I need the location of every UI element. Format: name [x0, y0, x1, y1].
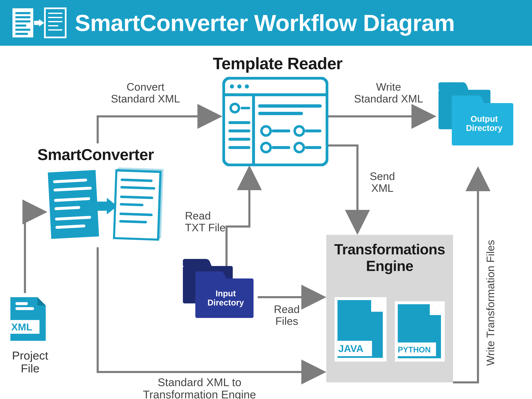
svg-rect-1	[15, 12, 30, 14]
svg-marker-8	[39, 19, 44, 27]
svg-point-41	[245, 84, 249, 89]
write-transform-files-label: Write Transformation Files	[484, 179, 497, 366]
svg-line-32	[121, 187, 154, 188]
project-file-node: XML	[8, 295, 50, 346]
transformations-engine-node: Transformations Engine JAVA PYTHON	[326, 235, 453, 382]
svg-line-25	[57, 226, 84, 227]
std-xml-to-engine-label: Standard XML to Transformation Engine	[129, 376, 270, 399]
input-directory-node: Input Directory	[181, 258, 256, 321]
xml-badge-text: XML	[11, 322, 32, 332]
svg-line-20	[54, 180, 86, 182]
output-dir-label: Output Directory	[457, 114, 511, 133]
project-file-label: Project File	[8, 349, 52, 375]
input-dir-label: Input Directory	[201, 289, 251, 307]
svg-line-34	[121, 204, 142, 205]
svg-rect-7	[34, 21, 39, 25]
java-badge-text: JAVA	[338, 343, 363, 354]
smartconverter-label: SmartConverter	[38, 146, 154, 164]
svg-rect-3	[15, 20, 30, 22]
write-std-xml-label: Write Standard XML	[345, 81, 432, 105]
python-file-icon: PYTHON	[395, 301, 445, 362]
diagram-canvas: XML Project File SmartConverter	[0, 46, 532, 399]
java-file-icon: JAVA	[335, 297, 386, 362]
python-badge-text: PYTHON	[398, 345, 431, 354]
svg-rect-6	[15, 33, 28, 35]
header-title: SmartConverter Workflow Diagram	[75, 10, 455, 36]
svg-rect-16	[15, 302, 28, 305]
svg-rect-26	[97, 202, 107, 211]
template-reader-label: Template Reader	[213, 54, 342, 73]
svg-line-36	[120, 221, 146, 222]
read-txt-label: Read TXT File	[185, 210, 235, 234]
svg-rect-2	[15, 16, 30, 18]
template-reader-icon	[222, 77, 328, 166]
svg-line-22	[56, 199, 89, 200]
smartconverter-node	[48, 166, 164, 250]
output-directory-node: Output Directory	[437, 81, 515, 148]
transformations-engine-label: Transformations Engine	[326, 235, 453, 276]
xml-file-icon: XML	[8, 295, 50, 345]
svg-rect-5	[15, 29, 30, 31]
svg-line-24	[57, 217, 90, 219]
svg-point-39	[230, 84, 234, 89]
convert-std-xml-label: Convert Standard XML	[100, 81, 191, 105]
svg-line-31	[122, 180, 151, 181]
svg-point-40	[237, 84, 241, 89]
svg-rect-17	[15, 307, 34, 310]
smartconverter-icon	[48, 166, 164, 249]
svg-line-33	[121, 197, 152, 198]
header-bar: SmartConverter Workflow Diagram	[0, 0, 532, 46]
svg-line-21	[55, 188, 90, 190]
template-reader-node	[222, 77, 328, 167]
svg-rect-4	[15, 25, 26, 27]
send-xml-label: Send XML	[364, 171, 401, 194]
svg-line-23	[56, 207, 79, 209]
svg-line-35	[121, 214, 152, 215]
read-files-label: Read Files	[266, 304, 308, 327]
logo-icon	[13, 6, 66, 39]
